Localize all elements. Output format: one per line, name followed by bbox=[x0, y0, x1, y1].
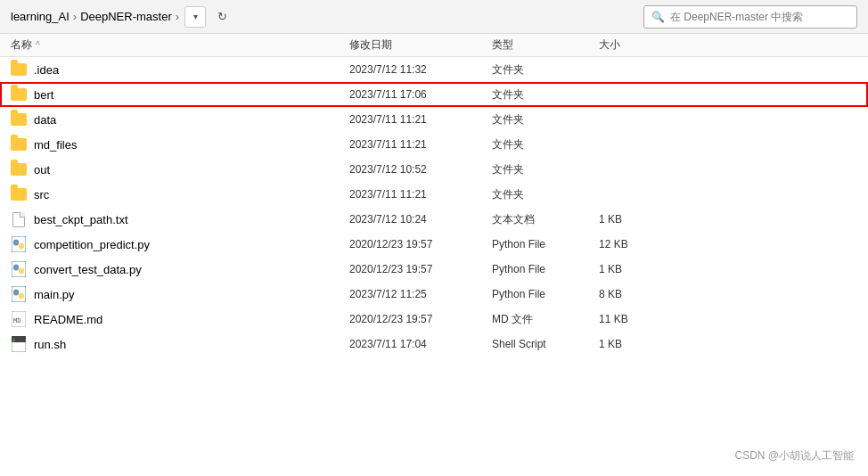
breadcrumb: learning_AI › DeepNER-master › bbox=[11, 10, 179, 23]
file-name-cell: md_files bbox=[11, 136, 349, 152]
file-type: Python File bbox=[492, 263, 599, 275]
folder-icon bbox=[11, 111, 27, 127]
file-type: 文本文档 bbox=[492, 212, 599, 227]
file-type: 文件夹 bbox=[492, 112, 599, 127]
table-row[interactable]: out 2023/7/12 10:52 文件夹 bbox=[0, 157, 868, 182]
table-row[interactable]: convert_test_data.py 2020/12/23 19:57 Py… bbox=[0, 257, 868, 282]
file-size: 11 KB bbox=[599, 313, 670, 325]
file-name: convert_test_data.py bbox=[34, 263, 142, 276]
folder-icon bbox=[11, 86, 27, 103]
python-file-icon bbox=[11, 236, 27, 252]
file-date: 2020/12/23 19:57 bbox=[349, 263, 492, 275]
col-date[interactable]: 修改日期 bbox=[349, 37, 492, 53]
file-date: 2023/7/11 17:06 bbox=[349, 88, 492, 101]
file-name: md_files bbox=[34, 138, 77, 152]
file-type: 文件夹 bbox=[492, 137, 599, 152]
search-input[interactable] bbox=[670, 11, 839, 23]
python-file-icon bbox=[11, 286, 27, 302]
file-type: 文件夹 bbox=[492, 87, 599, 103]
file-date: 2023/7/11 11:21 bbox=[349, 138, 492, 151]
breadcrumb-item-2[interactable]: DeepNER-master bbox=[80, 10, 172, 23]
file-date: 2020/12/23 19:57 bbox=[349, 238, 492, 250]
file-name: bert bbox=[34, 88, 53, 102]
file-name: out bbox=[34, 163, 50, 176]
file-date: 2023/7/11 11:21 bbox=[349, 188, 492, 201]
file-name: .idea bbox=[34, 63, 59, 77]
table-row[interactable]: competition_predict.py 2020/12/23 19:57 … bbox=[0, 232, 868, 257]
file-type: 文件夹 bbox=[492, 187, 599, 202]
col-size[interactable]: 大小 bbox=[599, 37, 670, 53]
file-name-cell: src bbox=[11, 186, 349, 202]
file-date: 2023/7/12 11:32 bbox=[349, 63, 492, 76]
folder-icon bbox=[11, 186, 27, 202]
file-name-cell: out bbox=[11, 161, 349, 177]
svg-text:$_: $_ bbox=[12, 337, 19, 343]
file-date: 2023/7/12 11:25 bbox=[349, 288, 492, 300]
folder-icon bbox=[11, 62, 27, 78]
col-name[interactable]: 名称 ^ bbox=[11, 37, 349, 53]
watermark: CSDN @小胡说人工智能 bbox=[734, 448, 854, 464]
breadcrumb-item-1[interactable]: learning_AI bbox=[11, 10, 70, 23]
folder-icon bbox=[11, 136, 27, 152]
file-name-cell: .idea bbox=[11, 62, 349, 78]
file-date: 2020/12/23 19:57 bbox=[349, 313, 492, 325]
file-name: best_ckpt_path.txt bbox=[34, 213, 128, 226]
breadcrumb-sep-2: › bbox=[176, 10, 179, 23]
file-type: Python File bbox=[492, 238, 599, 250]
file-name-cell: data bbox=[11, 111, 349, 127]
table-row[interactable]: $_ run.sh 2023/7/11 17:04 Shell Script 1… bbox=[0, 332, 868, 357]
file-name: src bbox=[34, 188, 49, 201]
file-name: README.md bbox=[34, 313, 102, 326]
refresh-button[interactable]: ↻ bbox=[211, 6, 233, 28]
file-name: data bbox=[34, 113, 56, 127]
table-row[interactable]: data 2023/7/11 11:21 文件夹 bbox=[0, 107, 868, 132]
table-row[interactable]: .idea 2023/7/12 11:32 文件夹 bbox=[0, 57, 868, 82]
breadcrumb-sep-1: › bbox=[73, 10, 77, 23]
file-type: MD 文件 bbox=[492, 312, 599, 327]
file-size: 1 KB bbox=[599, 263, 670, 275]
column-headers: 名称 ^ 修改日期 类型 大小 bbox=[0, 34, 868, 57]
file-name-cell: competition_predict.py bbox=[11, 236, 349, 252]
file-name-cell: best_ckpt_path.txt bbox=[11, 211, 349, 227]
col-type[interactable]: 类型 bbox=[492, 37, 599, 53]
file-type: Shell Script bbox=[492, 338, 599, 350]
top-bar: learning_AI › DeepNER-master › ▾ ↻ 🔍 bbox=[0, 0, 868, 34]
file-size: 1 KB bbox=[599, 213, 670, 226]
table-row[interactable]: main.py 2023/7/12 11:25 Python File 8 KB bbox=[0, 282, 868, 307]
table-row[interactable]: src 2023/7/11 11:21 文件夹 bbox=[0, 182, 868, 207]
sort-icon: ^ bbox=[36, 40, 40, 50]
file-name-cell: main.py bbox=[11, 286, 349, 302]
file-date: 2023/7/12 10:52 bbox=[349, 163, 492, 176]
file-type: Python File bbox=[492, 288, 599, 300]
file-type: 文件夹 bbox=[492, 62, 599, 78]
sh-file-icon: $_ bbox=[11, 336, 27, 352]
file-name-cell: $_ run.sh bbox=[11, 336, 349, 352]
file-name: competition_predict.py bbox=[34, 238, 150, 251]
md-file-icon: MD bbox=[11, 311, 27, 327]
file-name: run.sh bbox=[34, 338, 66, 351]
file-name-cell: MD README.md bbox=[11, 311, 349, 327]
file-name: main.py bbox=[34, 288, 75, 301]
file-size: 8 KB bbox=[599, 288, 670, 300]
file-type: 文件夹 bbox=[492, 162, 599, 177]
python-file-icon bbox=[11, 261, 27, 277]
file-name-cell: convert_test_data.py bbox=[11, 261, 349, 277]
file-size: 12 KB bbox=[599, 238, 670, 250]
table-row[interactable]: MD README.md 2020/12/23 19:57 MD 文件 11 K… bbox=[0, 307, 868, 332]
file-list: .idea 2023/7/12 11:32 文件夹 bert 2023/7/11… bbox=[0, 57, 868, 357]
file-date: 2023/7/11 11:21 bbox=[349, 113, 492, 126]
file-name-cell: bert bbox=[11, 86, 349, 103]
file-icon bbox=[11, 211, 27, 227]
file-date: 2023/7/12 10:24 bbox=[349, 213, 492, 226]
file-size: 1 KB bbox=[599, 338, 670, 350]
folder-icon bbox=[11, 161, 27, 177]
search-bar: 🔍 bbox=[643, 5, 857, 29]
breadcrumb-dropdown-button[interactable]: ▾ bbox=[184, 6, 206, 28]
table-row[interactable]: md_files 2023/7/11 11:21 文件夹 bbox=[0, 132, 868, 157]
file-date: 2023/7/11 17:04 bbox=[349, 338, 492, 350]
table-row[interactable]: bert 2023/7/11 17:06 文件夹 bbox=[0, 82, 868, 107]
table-row[interactable]: best_ckpt_path.txt 2023/7/12 10:24 文本文档 … bbox=[0, 207, 868, 232]
svg-text:MD: MD bbox=[13, 317, 20, 324]
search-icon: 🔍 bbox=[651, 11, 665, 23]
